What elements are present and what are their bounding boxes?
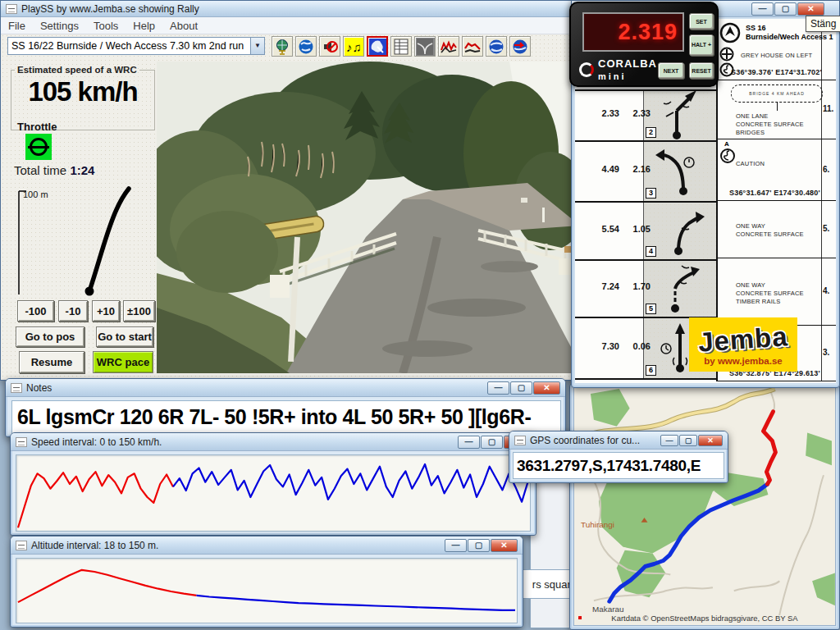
close-button[interactable]: ✕ — [491, 539, 518, 552]
menu-help[interactable]: Help — [126, 18, 162, 34]
plus-10-button[interactable]: +10 — [92, 300, 120, 322]
minimize-button[interactable]: — — [487, 381, 509, 395]
note-number: 3. — [823, 348, 829, 357]
maximize-button[interactable]: ▢ — [481, 436, 503, 449]
speed-titlebar[interactable]: Speed interval: 0 to 150 km/h. — ▢ ✕ — [11, 433, 536, 451]
map-label-peak: Tuhirangi — [581, 520, 614, 529]
routebook-note: ONE WAYCONCRETE SURFACE — [736, 222, 804, 239]
altitude-chart — [16, 558, 518, 623]
gps-coordinates-field[interactable]: 3631.2797,S,17431.7480,E — [513, 452, 724, 479]
distance-interval: 0.06 — [618, 341, 651, 351]
gps-window: GPS coordinates for cu... — ▢ ✕ 3631.279… — [509, 431, 728, 483]
music-notes-icon[interactable]: ♪♫ — [343, 36, 364, 57]
note-number: 4. — [823, 286, 829, 295]
estimated-speed-value: 105 km/h — [11, 76, 154, 107]
map-attribution: Kartdata © OpenStreetMaps bidragsgivare,… — [611, 614, 798, 623]
google-earth-icon[interactable] — [486, 36, 507, 57]
gps-window-title: GPS coordinates for cu... — [530, 435, 640, 446]
go-to-start-button[interactable]: Go to start — [96, 326, 153, 347]
coralba-next-button[interactable]: NEXT — [658, 62, 684, 79]
total-time-value: 1:24 — [70, 163, 94, 177]
plus-100-button[interactable]: ±100 — [123, 300, 155, 322]
altitude-window: Altitude interval: 18 to 150 m. — ▢ ✕ — [10, 536, 523, 628]
minus-100-button[interactable]: -100 — [17, 300, 54, 322]
coralba-logo-icon — [579, 62, 594, 77]
tulip-side-road-right — [655, 261, 705, 315]
playss-app-icon — [514, 436, 526, 445]
satellite-icon[interactable] — [367, 36, 388, 57]
incar-video-frame — [157, 62, 593, 373]
playss-app-icon — [6, 4, 17, 14]
current-position-dot — [85, 287, 94, 296]
maximize-button[interactable]: ▢ — [510, 381, 532, 395]
coralba-set-button[interactable]: SET — [689, 13, 714, 30]
close-button[interactable]: ✕ — [698, 435, 723, 446]
notes-window: Notes — ▢ ✕ 6L lgsmCr 120 6R 7L- 50 !5R+… — [5, 378, 566, 437]
close-button[interactable]: ✕ — [797, 2, 824, 16]
mute-icon[interactable] — [319, 36, 340, 57]
total-time: Total time 1:24 — [14, 163, 94, 177]
routebook-coords: S36°31.647' E174°30.480' — [729, 189, 820, 197]
notes-titlebar[interactable]: Notes — ▢ ✕ — [6, 379, 565, 397]
google-earth-track-icon[interactable] — [509, 36, 531, 57]
maximize-button[interactable]: ▢ — [468, 539, 490, 552]
minimize-button[interactable]: — — [445, 539, 467, 552]
map-canvas[interactable]: Tuhirangi Makarau Kartdata © OpenStreetM… — [573, 386, 836, 626]
close-button[interactable]: ✕ — [533, 381, 560, 395]
coralba-halt-plus-button[interactable]: HALT + — [689, 34, 714, 56]
throttle-indicator — [25, 134, 52, 160]
maximize-button[interactable]: ▢ — [679, 435, 697, 446]
speed-chart — [16, 454, 531, 532]
toolbar-icons: ♪♫ — [272, 36, 533, 57]
wrc-pace-button[interactable]: WRC pace — [93, 351, 153, 373]
roadbook-grid-icon[interactable] — [390, 36, 412, 57]
stage-selector[interactable]: SS 16/22 Burnside / Wech Access 7.30 km … — [7, 37, 265, 55]
distance-total: 2.33 — [587, 108, 619, 118]
altitude-profile-icon[interactable] — [462, 36, 483, 57]
minimize-button[interactable]: — — [458, 436, 480, 449]
instruction-number: 5 — [646, 304, 656, 314]
routebook-ss-label: SS 16 — [746, 24, 766, 32]
tulip-bend-right — [655, 203, 705, 258]
menu-file[interactable]: File — [1, 18, 33, 34]
menubar: File Settings Tools Help About — [1, 17, 575, 34]
go-to-pos-button[interactable]: Go to pos — [16, 326, 84, 347]
minimize-button[interactable]: — — [751, 2, 774, 16]
playss-app-icon — [16, 437, 27, 447]
coralba-reset-button[interactable]: RESET — [689, 62, 714, 79]
distance-total: 4.49 — [587, 164, 619, 174]
distance-total: 5.54 — [587, 224, 619, 234]
altitude-titlebar[interactable]: Altitude interval: 18 to 150 m. — ▢ ✕ — [11, 536, 523, 555]
pace-notes-text: 6L lgsmCr 120 6R 7L- 50 !5R+ into 4L 50 … — [12, 405, 531, 429]
close-tooltip: Stäng — [806, 16, 840, 32]
instruction-number: 3 — [646, 188, 656, 199]
distance-interval: 1.70 — [618, 281, 651, 291]
speed-profile-icon[interactable] — [438, 36, 459, 57]
playss-app-icon — [11, 383, 22, 393]
minimize-button[interactable]: — — [660, 435, 678, 446]
coralba-brand: coralba mini — [579, 57, 657, 82]
routebook-start-coords: S36°39.376' E174°31.702' — [731, 68, 822, 76]
chevron-down-icon[interactable]: ▼ — [250, 38, 264, 54]
maximize-button[interactable]: ▢ — [774, 2, 797, 16]
world-map-icon[interactable] — [295, 36, 317, 57]
gps-titlebar[interactable]: GPS coordinates for cu... — ▢ ✕ — [509, 431, 728, 450]
curve-preview: 100 m — [7, 183, 153, 298]
gps-globe-icon[interactable] — [272, 36, 293, 57]
menu-tools[interactable]: Tools — [86, 18, 126, 34]
note-number: 5. — [823, 224, 829, 233]
svg-text:♪♫: ♪♫ — [346, 40, 362, 54]
distance-interval: 2.33 — [618, 108, 651, 118]
minus-10-button[interactable]: -10 — [58, 300, 88, 322]
pace-notes-field[interactable]: 6L lgsmCr 120 6R 7L- 50 !5R+ into 4L 50 … — [11, 400, 561, 434]
caution-sign: BRIDGE 4 KM AHEAD — [731, 84, 823, 103]
routebook-note: CAUTION — [736, 160, 765, 168]
menu-settings[interactable]: Settings — [33, 18, 86, 34]
instruction-number: 6 — [646, 365, 656, 376]
menu-about[interactable]: About — [162, 18, 205, 34]
junction-curves-icon[interactable] — [414, 36, 436, 57]
resume-button[interactable]: Resume — [19, 351, 84, 373]
window-title: PlaySS by www.Jemba.se showing Rally — [21, 3, 199, 15]
altitude-window-title: Altitude interval: 18 to 150 m. — [31, 540, 158, 551]
throttle-label: Throttle — [17, 121, 57, 133]
